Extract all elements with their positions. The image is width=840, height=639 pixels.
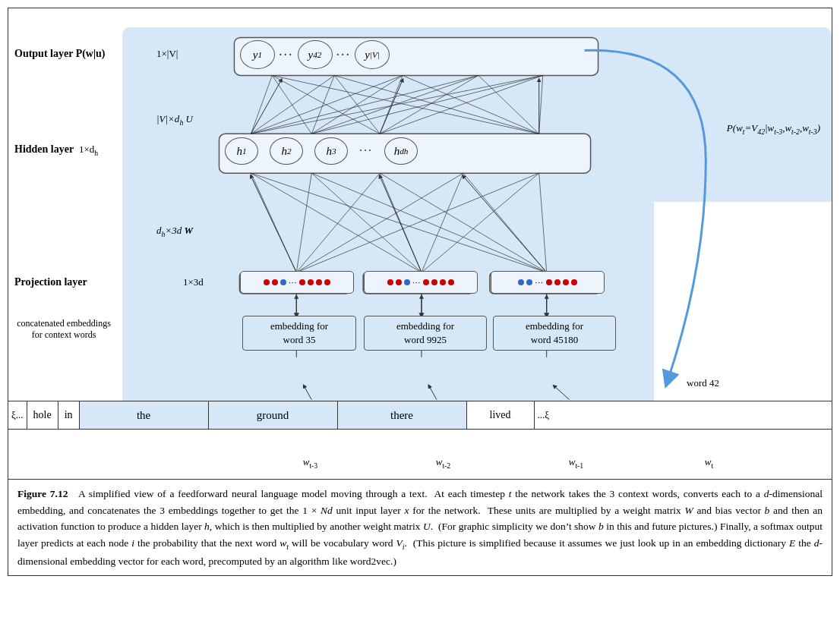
- main-container: Output layer P(w|u) 1×|V| |V|×dh U Hidde…: [8, 8, 832, 576]
- word-cell-in: in: [58, 401, 80, 429]
- svg-line-16: [311, 173, 546, 272]
- projection-size-label: 1×3d: [183, 276, 204, 288]
- matrix-u-label: |V|×dh U: [156, 113, 193, 127]
- svg-line-39: [539, 75, 543, 134]
- word-cell-ellipsis2: ...ξ: [535, 401, 553, 429]
- hidden-layer-label: Hidden layer 1×dh: [14, 143, 98, 157]
- figure-label: Figure 7.12: [17, 488, 68, 499]
- svg-line-52: [304, 386, 311, 400]
- emb-box-3: embedding forword 45180: [493, 316, 616, 351]
- hidden-node-h2: h2: [270, 137, 303, 165]
- svg-line-26: [311, 75, 334, 134]
- svg-line-7: [296, 173, 380, 272]
- word-cell-the: the: [80, 401, 209, 429]
- sub-wt1: wt-1: [510, 456, 643, 470]
- proj-box-1: ···: [240, 271, 354, 294]
- word-cell-hole: hole: [27, 401, 58, 429]
- svg-line-44: [380, 176, 422, 272]
- output-node-y42: y42: [298, 40, 333, 69]
- diagram-area: Output layer P(w|u) 1×|V| |V|×dh U Hidde…: [8, 8, 832, 479]
- word-42-label: word 42: [687, 377, 719, 389]
- output-size-label: 1×|V|: [156, 48, 178, 60]
- sub-wt2: wt-2: [377, 456, 510, 470]
- svg-line-21: [251, 75, 334, 134]
- svg-line-19: [539, 173, 547, 272]
- projection-layer-label: Projection layer: [14, 276, 87, 288]
- output-layer-label: Output layer P(w|u): [14, 48, 106, 60]
- concat-label: concatenated embeddingsfor context words: [14, 318, 113, 341]
- svg-line-45: [463, 176, 547, 272]
- prob-label: P(wt=V42|wt-3,wt-2,wt-3): [727, 122, 820, 136]
- word-cell-there: there: [338, 401, 467, 429]
- sub-wt: wt: [643, 456, 775, 470]
- svg-line-22: [251, 75, 403, 134]
- svg-line-10: [251, 173, 422, 272]
- output-node-yV: y|V|: [355, 40, 390, 69]
- proj-box-3: ···: [491, 271, 605, 294]
- proj-box-2: ···: [364, 271, 478, 294]
- caption-area: Figure 7.12 A simplified view of a feedf…: [8, 479, 832, 575]
- output-nodes: y1 ··· y42 ··· y|V|: [240, 40, 390, 69]
- matrix-w-label: dh×3d W: [156, 225, 193, 238]
- word-cell-ground: ground: [209, 401, 338, 429]
- svg-line-31: [334, 75, 380, 134]
- svg-line-43: [251, 176, 296, 272]
- word-cell-lived: lived: [467, 401, 535, 429]
- hidden-nodes: h1 h2 h3 ··· hdh: [225, 137, 418, 165]
- subscript-row: wt-3 wt-2 wt-1 wt: [244, 456, 775, 470]
- hidden-node-h1: h1: [225, 137, 258, 165]
- hidden-node-hdh: hdh: [384, 137, 418, 165]
- output-node-y1: y1: [240, 40, 275, 69]
- sub-wt3: wt-3: [244, 456, 377, 470]
- hidden-node-h3: h3: [314, 137, 348, 165]
- word-cell-ellipsis1: ξ...: [8, 401, 27, 429]
- svg-line-54: [554, 386, 570, 400]
- svg-line-53: [429, 386, 437, 400]
- caption-text: A simplified view of a feedforward neura…: [17, 488, 823, 567]
- svg-line-13: [422, 173, 463, 272]
- svg-line-6: [296, 173, 311, 272]
- emb-box-1: embedding forword 35: [242, 316, 356, 351]
- emb-box-2: embedding forword 9925: [364, 316, 487, 351]
- svg-line-25: [272, 75, 311, 134]
- word-row: ξ... hole in the ground there lived ...ξ: [8, 401, 832, 430]
- svg-line-20: [251, 75, 272, 134]
- svg-line-8: [296, 173, 463, 272]
- svg-line-46: [251, 80, 281, 134]
